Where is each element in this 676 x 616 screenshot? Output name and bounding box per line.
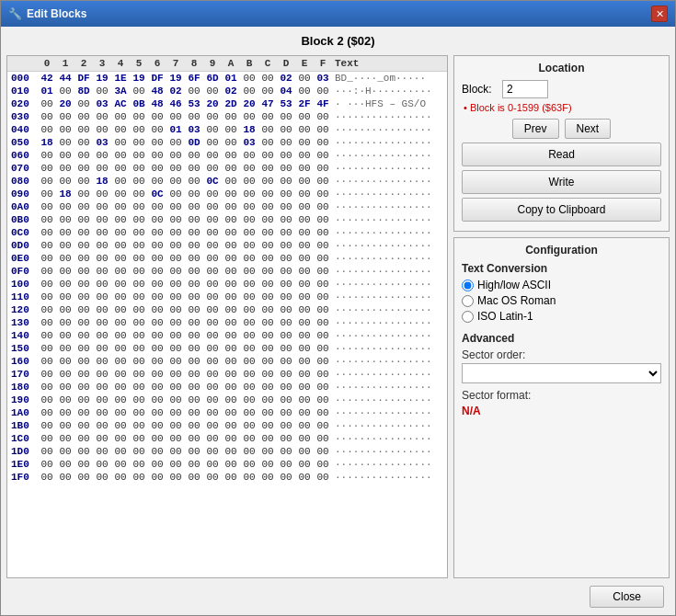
hex-byte[interactable]: 00 [94, 472, 110, 483]
hex-byte[interactable]: 48 [149, 98, 166, 109]
hex-byte[interactable]: 00 [315, 111, 331, 122]
hex-byte[interactable]: 00 [57, 382, 74, 393]
hex-byte[interactable]: 00 [296, 253, 313, 264]
hex-byte[interactable]: 00 [57, 253, 74, 264]
radio-high-low-ascii-input[interactable] [462, 279, 474, 291]
hex-byte[interactable]: 3A [112, 86, 129, 97]
hex-byte[interactable]: 00 [39, 317, 55, 328]
hex-byte[interactable]: 00 [204, 394, 221, 405]
hex-byte[interactable]: 00 [149, 317, 166, 328]
hex-byte[interactable]: 00 [167, 304, 184, 315]
hex-byte[interactable]: 00 [94, 214, 110, 225]
hex-byte[interactable]: 00 [278, 163, 294, 174]
hex-byte[interactable]: 00 [296, 266, 313, 277]
hex-byte[interactable]: 00 [94, 86, 110, 97]
hex-byte[interactable]: 00 [94, 343, 110, 354]
hex-byte[interactable]: 00 [112, 369, 129, 380]
hex-byte[interactable]: 00 [149, 459, 166, 470]
hex-byte[interactable]: 00 [57, 111, 74, 122]
hex-byte[interactable]: 00 [223, 240, 239, 251]
hex-byte[interactable]: 00 [75, 266, 92, 277]
hex-byte[interactable]: 00 [241, 304, 258, 315]
hex-byte[interactable]: 00 [131, 343, 147, 354]
hex-byte[interactable]: 00 [204, 150, 221, 161]
hex-byte[interactable]: 00 [278, 111, 294, 122]
hex-byte[interactable]: 00 [278, 214, 294, 225]
hex-byte[interactable]: 00 [186, 188, 202, 200]
hex-byte[interactable]: 00 [131, 111, 147, 122]
hex-byte[interactable]: 00 [39, 304, 55, 315]
hex-byte[interactable]: 00 [167, 407, 184, 418]
hex-byte[interactable]: 00 [94, 279, 110, 290]
hex-byte[interactable]: 00 [39, 176, 55, 187]
hex-byte[interactable]: 00 [149, 214, 166, 225]
hex-byte[interactable]: 00 [75, 420, 92, 431]
hex-byte[interactable]: 00 [315, 266, 331, 277]
hex-byte[interactable]: 00 [39, 111, 55, 122]
hex-byte[interactable]: 00 [241, 150, 258, 161]
hex-byte[interactable]: 00 [315, 227, 331, 238]
hex-byte[interactable]: 00 [241, 446, 258, 457]
hex-byte[interactable]: 00 [315, 86, 331, 97]
hex-byte[interactable]: 00 [75, 291, 92, 302]
hex-byte[interactable]: 00 [259, 330, 276, 341]
hex-byte[interactable]: 00 [94, 266, 110, 277]
hex-byte[interactable]: 00 [296, 446, 313, 457]
hex-byte[interactable]: 00 [278, 227, 294, 238]
hex-byte[interactable]: 00 [204, 124, 221, 135]
hex-byte[interactable]: 00 [149, 253, 166, 264]
hex-byte[interactable]: 00 [39, 227, 55, 238]
hex-byte[interactable]: 00 [223, 291, 239, 302]
hex-byte[interactable]: 00 [186, 201, 202, 212]
hex-byte[interactable]: 00 [223, 369, 239, 380]
hex-byte[interactable]: 00 [186, 459, 202, 470]
hex-byte[interactable]: 00 [149, 382, 166, 393]
hex-byte[interactable]: 00 [296, 317, 313, 328]
hex-byte[interactable]: 00 [57, 356, 74, 367]
hex-byte[interactable]: 00 [315, 304, 331, 315]
hex-byte[interactable]: DF [149, 73, 166, 84]
hex-byte[interactable]: 00 [131, 176, 147, 187]
hex-byte[interactable]: 00 [204, 214, 221, 225]
hex-byte[interactable]: 00 [57, 240, 74, 251]
hex-byte[interactable]: 00 [112, 137, 129, 148]
hex-byte[interactable]: 00 [241, 330, 258, 341]
hex-byte[interactable]: 00 [75, 330, 92, 341]
hex-byte[interactable]: 18 [241, 124, 258, 135]
hex-byte[interactable]: 00 [112, 163, 129, 174]
hex-byte[interactable]: 00 [259, 86, 276, 97]
hex-byte[interactable]: 00 [204, 279, 221, 290]
radio-iso-latin-1-input[interactable] [462, 311, 474, 323]
hex-byte[interactable]: 00 [39, 124, 55, 135]
hex-byte[interactable]: 00 [167, 459, 184, 470]
hex-byte[interactable]: 00 [57, 227, 74, 238]
hex-byte[interactable]: 04 [278, 86, 294, 97]
hex-byte[interactable]: 00 [57, 446, 74, 457]
hex-byte[interactable]: 00 [296, 150, 313, 161]
hex-byte[interactable]: 19 [94, 73, 110, 84]
hex-byte[interactable]: 00 [57, 150, 74, 161]
hex-byte[interactable]: 01 [39, 86, 55, 97]
hex-byte[interactable]: 00 [167, 279, 184, 290]
hex-byte[interactable]: 00 [131, 188, 147, 200]
hex-byte[interactable]: 00 [39, 98, 55, 109]
table-row[interactable]: 18000000000000000000000000000000000·····… [7, 381, 447, 394]
hex-byte[interactable]: DF [75, 73, 92, 84]
hex-byte[interactable]: 00 [39, 201, 55, 212]
hex-byte[interactable]: 00 [296, 73, 313, 84]
block-input[interactable] [502, 80, 548, 98]
hex-byte[interactable]: 00 [131, 227, 147, 238]
hex-byte[interactable]: 00 [315, 382, 331, 393]
hex-byte[interactable]: 00 [296, 124, 313, 135]
hex-byte[interactable]: 00 [149, 472, 166, 483]
hex-byte[interactable]: 00 [296, 227, 313, 238]
hex-byte[interactable]: 00 [296, 163, 313, 174]
table-row[interactable]: 10000000000000000000000000000000000·····… [7, 278, 447, 291]
hex-byte[interactable]: 00 [204, 472, 221, 483]
hex-byte[interactable]: 53 [278, 98, 294, 109]
hex-byte[interactable]: 00 [112, 240, 129, 251]
hex-byte[interactable]: 00 [315, 472, 331, 483]
hex-byte[interactable]: 03 [315, 73, 331, 84]
hex-byte[interactable]: 00 [259, 188, 276, 200]
hex-byte[interactable]: 00 [315, 150, 331, 161]
